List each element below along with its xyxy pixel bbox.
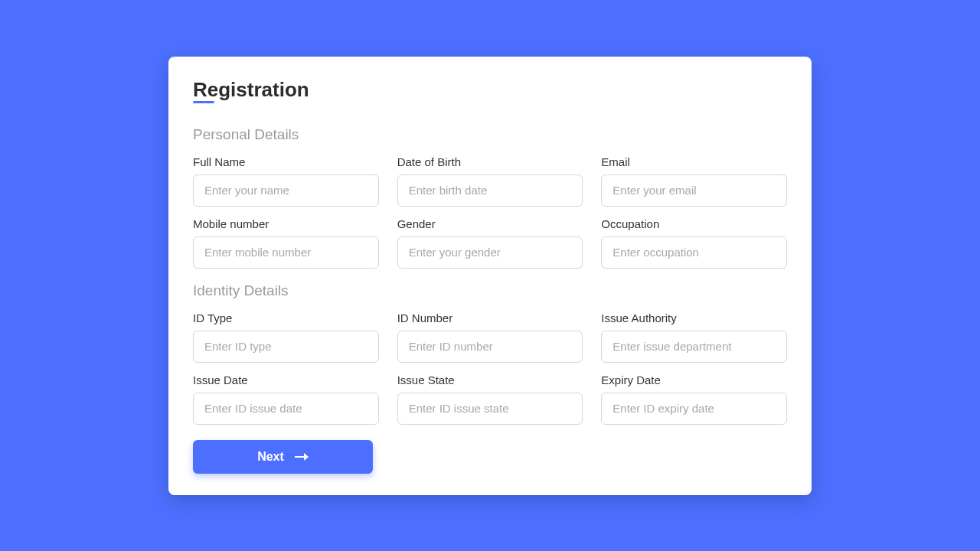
field-dob: Date of Birth (397, 155, 583, 207)
label-issue-authority: Issue Authority (601, 311, 787, 324)
label-gender: Gender (397, 217, 583, 230)
issue-state-input[interactable] (397, 393, 583, 425)
mobile-input[interactable] (193, 236, 379, 269)
occupation-input[interactable] (601, 236, 787, 269)
field-issue-date: Issue Date (193, 373, 379, 425)
id-type-input[interactable] (193, 331, 379, 363)
label-email: Email (601, 155, 787, 168)
label-id-type: ID Type (193, 311, 379, 324)
field-mobile: Mobile number (193, 217, 379, 269)
issue-date-input[interactable] (193, 393, 379, 425)
label-id-number: ID Number (397, 311, 583, 324)
issue-authority-input[interactable] (601, 331, 787, 363)
dob-input[interactable] (397, 174, 583, 207)
expiry-date-input[interactable] (601, 393, 787, 425)
field-id-type: ID Type (193, 311, 379, 363)
label-mobile: Mobile number (193, 217, 379, 230)
label-issue-date: Issue Date (193, 373, 379, 386)
label-full-name: Full Name (193, 155, 379, 168)
field-occupation: Occupation (601, 217, 787, 269)
field-issue-authority: Issue Authority (601, 311, 787, 363)
field-issue-state: Issue State (397, 373, 583, 425)
form-row: Issue Date Issue State Expiry Date (193, 373, 787, 425)
arrow-right-icon (295, 453, 309, 461)
form-row: Full Name Date of Birth Email (193, 155, 787, 207)
label-issue-state: Issue State (397, 373, 583, 386)
registration-card: Registration Personal Details Full Name … (168, 57, 812, 495)
id-number-input[interactable] (397, 331, 583, 363)
field-email: Email (601, 155, 787, 207)
label-occupation: Occupation (601, 217, 787, 230)
form-row: ID Type ID Number Issue Authority (193, 311, 787, 363)
field-full-name: Full Name (193, 155, 379, 207)
page-title: Registration (193, 78, 309, 102)
gender-input[interactable] (397, 236, 583, 269)
section-heading-identity: Identity Details (193, 282, 787, 299)
next-button[interactable]: Next (193, 440, 373, 474)
email-input[interactable] (601, 174, 787, 207)
label-dob: Date of Birth (397, 155, 583, 168)
full-name-input[interactable] (193, 174, 379, 207)
form-row: Mobile number Gender Occupation (193, 217, 787, 269)
field-gender: Gender (397, 217, 583, 269)
field-expiry-date: Expiry Date (601, 373, 787, 425)
section-heading-personal: Personal Details (193, 126, 787, 143)
label-expiry-date: Expiry Date (601, 373, 787, 386)
field-id-number: ID Number (397, 311, 583, 363)
next-button-label: Next (257, 450, 284, 464)
